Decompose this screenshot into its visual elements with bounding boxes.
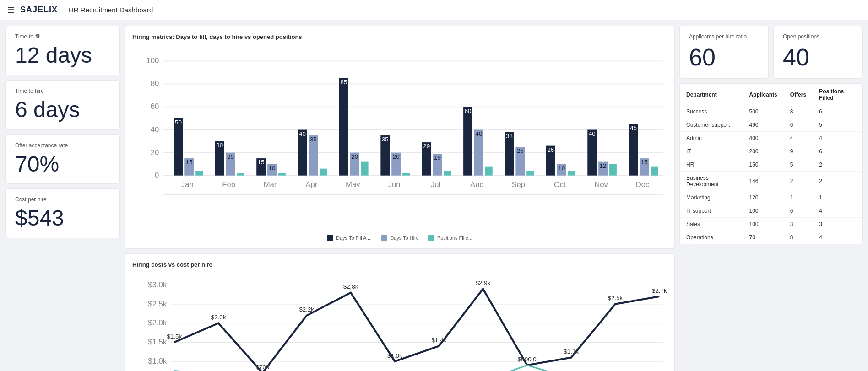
svg-text:May: May (346, 180, 360, 189)
svg-rect-41 (361, 162, 369, 176)
col-offers: Offers (784, 84, 813, 105)
right-column: Applicants per hire ratio 60 Open positi… (679, 26, 863, 371)
svg-text:45: 45 (630, 124, 637, 131)
logo: SAJELIX (20, 5, 58, 15)
svg-text:15: 15 (258, 159, 265, 166)
svg-text:$1.4k: $1.4k (431, 337, 446, 344)
svg-rect-53 (444, 171, 451, 176)
svg-rect-65 (526, 171, 534, 176)
line-chart-wrap: $3.0k $2.5k $2.0k $1.5k $1.0k $500.0 $0.… (132, 274, 667, 371)
time-to-fill-value: 12 days (15, 43, 110, 68)
time-to-hire-label: Time to hire (15, 88, 110, 94)
line-chart-title: Hiring costs vs cost per hire (132, 261, 667, 268)
svg-text:$900.0: $900.0 (518, 356, 537, 363)
table-row: Business Development14622 (680, 172, 862, 191)
svg-text:Mar: Mar (264, 180, 277, 189)
svg-text:$700: $700 (256, 364, 270, 371)
svg-text:20: 20 (227, 153, 234, 160)
open-positions-card: Open positions 40 (773, 26, 863, 79)
svg-text:$1.0k: $1.0k (148, 357, 167, 366)
svg-text:40: 40 (299, 130, 306, 137)
svg-text:Jun: Jun (388, 180, 401, 189)
offer-acceptance-value: 70% (15, 152, 110, 177)
svg-text:26: 26 (547, 146, 554, 153)
time-to-hire-value: 6 days (15, 98, 110, 122)
svg-text:$2.7k: $2.7k (652, 287, 667, 294)
svg-text:100: 100 (146, 56, 159, 65)
svg-text:$1.5k: $1.5k (167, 333, 182, 340)
svg-text:15: 15 (186, 159, 193, 166)
svg-text:60: 60 (465, 108, 472, 114)
col-applicants: Applicants (743, 84, 783, 105)
svg-text:$1.5k: $1.5k (148, 338, 167, 347)
offer-acceptance-card: Offer acceptance rate 70% (5, 134, 120, 184)
legend-positions-filled: Positions Fille... (428, 235, 472, 241)
svg-text:Feb: Feb (222, 180, 235, 189)
table-row: HR15052 (680, 158, 862, 172)
time-to-hire-card: Time to hire 6 days (5, 80, 120, 130)
svg-rect-13 (174, 118, 183, 176)
open-positions-value: 40 (783, 43, 853, 71)
table-row: Admin40044 (680, 132, 862, 145)
svg-rect-47 (402, 173, 410, 176)
time-to-fill-card: Time-to-fill 12 days (5, 26, 120, 75)
department-table: Department Applicants Offers Positions F… (680, 84, 862, 244)
bar-chart-legend: Days To Fill A ... Days To Hire Position… (132, 235, 667, 241)
offer-acceptance-label: Offer acceptance rate (15, 142, 110, 149)
bar-chart-svg: 100 80 60 40 20 0 5015Jan3020Feb1510Mar4… (132, 46, 667, 229)
svg-rect-79 (629, 124, 638, 176)
left-column: Time-to-fill 12 days Time to hire 6 days… (5, 26, 120, 371)
legend-days-to-hire: Days To Hire (381, 235, 419, 241)
svg-rect-59 (485, 167, 493, 176)
col-department: Department (680, 84, 743, 105)
svg-text:Nov: Nov (594, 180, 608, 189)
table-row: Marketing12011 (680, 191, 862, 204)
line-chart-card: Hiring costs vs cost per hire $3.0k $2.5… (125, 253, 675, 371)
middle-column: Hiring metrics: Days to fill, days to hi… (125, 26, 675, 371)
svg-text:Dec: Dec (636, 180, 650, 189)
svg-text:40: 40 (476, 130, 483, 137)
svg-text:Aug: Aug (470, 180, 484, 189)
line-chart-svg: $3.0k $2.5k $2.0k $1.5k $1.0k $500.0 $0.… (132, 274, 667, 371)
applicants-per-hire-value: 60 (689, 43, 759, 71)
table-row: IT20096 (680, 145, 862, 158)
svg-text:$2.5k: $2.5k (148, 300, 167, 308)
svg-text:Jul: Jul (431, 180, 440, 189)
svg-rect-77 (609, 164, 617, 176)
open-positions-label: Open positions (783, 33, 853, 40)
svg-text:$1.1k: $1.1k (564, 349, 579, 355)
svg-text:35: 35 (382, 136, 389, 143)
table-row: Sales10033 (680, 218, 862, 231)
svg-rect-35 (320, 169, 327, 176)
table-row: Operations7084 (680, 231, 862, 244)
svg-text:20: 20 (151, 148, 159, 157)
time-to-fill-label: Time-to-fill (15, 33, 110, 40)
svg-text:29: 29 (423, 143, 430, 150)
svg-text:38: 38 (506, 133, 513, 140)
legend-days-to-hire-dot (381, 235, 387, 241)
svg-text:60: 60 (151, 102, 159, 111)
cost-per-hire-card: Cost per hire $543 (5, 188, 120, 238)
svg-text:20: 20 (393, 153, 400, 160)
svg-text:$2.0k: $2.0k (148, 319, 167, 328)
bar-chart-title: Hiring metrics: Days to fill, days to hi… (132, 33, 667, 40)
svg-text:40: 40 (589, 130, 596, 137)
svg-text:$2.8k: $2.8k (343, 284, 358, 290)
svg-text:25: 25 (517, 147, 524, 154)
legend-days-to-fill-dot (327, 235, 333, 241)
svg-text:$2.9k: $2.9k (476, 280, 491, 286)
svg-rect-29 (278, 173, 286, 176)
svg-rect-23 (237, 173, 244, 176)
svg-text:$2.2k: $2.2k (299, 306, 314, 313)
svg-rect-17 (195, 171, 203, 176)
header: ☰ SAJELIX HR Recruitment Dashboard (0, 0, 868, 20)
svg-text:20: 20 (351, 153, 358, 160)
svg-text:12: 12 (600, 162, 607, 169)
legend-positions-filled-dot (428, 235, 434, 241)
svg-rect-37 (339, 78, 348, 176)
menu-icon[interactable]: ☰ (7, 5, 15, 15)
applicants-per-hire-label: Applicants per hire ratio (689, 33, 759, 40)
svg-text:Jan: Jan (181, 180, 194, 189)
svg-text:85: 85 (341, 79, 347, 86)
svg-text:Apr: Apr (305, 180, 317, 189)
